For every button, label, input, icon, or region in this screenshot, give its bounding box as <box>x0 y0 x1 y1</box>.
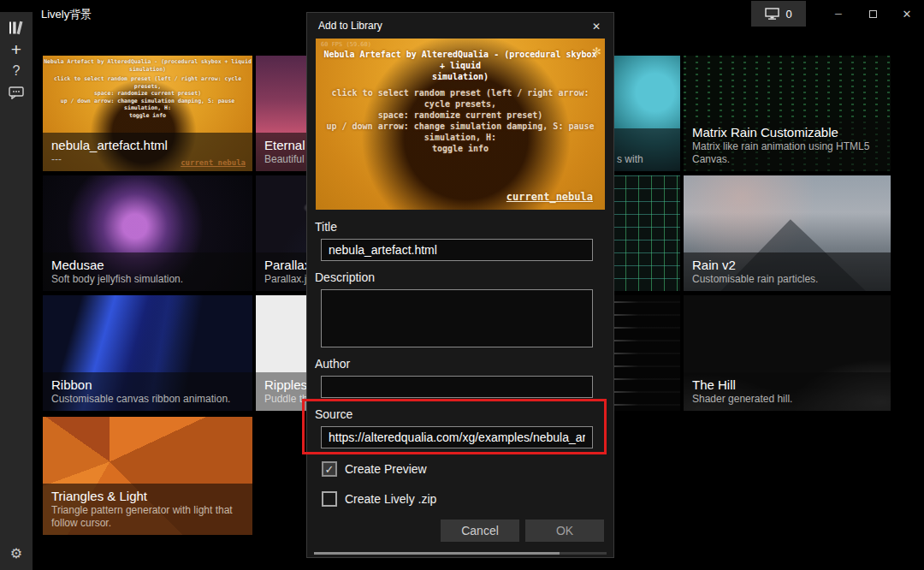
wallpaper-tile-ribbon[interactable]: Ribbon Customisable canvas ribbon animat… <box>43 295 252 411</box>
tile-title: Rain v2 <box>692 257 882 273</box>
tile-title: Ribbon <box>51 377 244 393</box>
cancel-button[interactable]: Cancel <box>441 520 519 542</box>
tile-caption: nebula_artefact.html --- current_nebula <box>43 133 252 171</box>
tile-caption: The Hill Shader generated hill. <box>684 372 891 411</box>
scrollbar-thumb[interactable] <box>314 552 560 555</box>
tile-caption: Medusae Soft body jellyfish simulation. <box>43 252 252 291</box>
checkmark-icon: ✓ <box>325 463 335 476</box>
close-button[interactable]: ✕ <box>890 0 924 27</box>
lively-wallpaper-app: { "app_title": "Lively背景", "titlebar": {… <box>0 0 924 570</box>
sidebar-item-feedback[interactable] <box>4 81 28 103</box>
minimize-icon: ─ <box>835 9 842 19</box>
create-zip-label: Create Lively .zip <box>345 492 436 506</box>
monitor-icon <box>765 8 779 20</box>
tile-badge: current_nebula <box>181 158 246 167</box>
plus-icon: + <box>11 39 21 60</box>
wallpaper-tile-rain[interactable]: Rain v2 Customisable rain particles. <box>684 175 891 291</box>
window-controls: 0 ─ ✕ <box>751 0 924 27</box>
tile-title: Triangles & Light <box>51 488 244 504</box>
monitor-count: 0 <box>785 8 791 21</box>
title-input[interactable] <box>321 239 593 261</box>
preview-badge: current_nebula <box>506 191 593 203</box>
fps-counter: 60 FPS (59.60) <box>321 41 371 48</box>
add-to-library-dialog: Add to Library ✕ 60 FPS (59.60) ✻ Nebula… <box>306 12 614 558</box>
wallpaper-tile-hill[interactable]: The Hill Shader generated hill. <box>684 295 891 411</box>
wallpaper-tile-matrix[interactable]: Matrix Rain Customizable Matrix like rai… <box>684 56 891 171</box>
wallpaper-tile-medusae[interactable]: Medusae Soft body jellyfish simulation. <box>43 175 252 291</box>
close-icon: ✕ <box>592 21 601 33</box>
tile-title: Medusae <box>51 257 244 273</box>
create-preview-checkbox[interactable]: ✓ <box>322 461 337 477</box>
gear-icon: ⚙ <box>10 545 22 561</box>
tile-subtitle: Customisable rain particles. <box>692 273 882 286</box>
ok-button[interactable]: OK <box>525 520 604 542</box>
nebula-overlay-text: Nebula Artefact by AlteredQualia - (proc… <box>43 58 252 119</box>
sidebar-item-help[interactable]: ? <box>4 60 28 81</box>
tile-subtitle: Matrix like rain animation using HTML5 C… <box>692 140 882 166</box>
tile-caption: Ribbon Customisable canvas ribbon animat… <box>43 372 252 411</box>
create-zip-checkbox[interactable] <box>322 491 337 507</box>
create-preview-checkbox-row[interactable]: ✓ Create Preview <box>322 461 613 477</box>
monitor-select-button[interactable]: 0 <box>751 1 806 27</box>
dialog-header: Add to Library ✕ <box>307 13 613 39</box>
dialog-title: Add to Library <box>318 20 382 32</box>
minimize-button[interactable]: ─ <box>821 0 856 27</box>
tile-title: The Hill <box>692 377 882 393</box>
tile-title: Matrix Rain Customizable <box>692 124 882 140</box>
horizontal-scrollbar <box>314 552 607 555</box>
sidebar-item-add-wallpaper[interactable]: + <box>4 39 28 60</box>
maximize-icon <box>869 10 877 18</box>
tile-subtitle: Triangle pattern generator with light th… <box>51 504 244 530</box>
create-zip-checkbox-row[interactable]: Create Lively .zip <box>322 491 613 507</box>
dialog-close-button[interactable]: ✕ <box>588 18 605 35</box>
create-preview-label: Create Preview <box>345 462 427 476</box>
description-label: Description <box>315 270 613 285</box>
question-mark-icon: ? <box>13 63 21 79</box>
close-icon: ✕ <box>903 8 912 21</box>
tile-caption: Triangles & Light Triangle pattern gener… <box>43 484 252 535</box>
author-input[interactable] <box>321 376 593 398</box>
dialog-buttons: Cancel OK <box>307 520 613 542</box>
preview-overlay-text: Nebula Artefact by AlteredQualia - (proc… <box>319 49 601 154</box>
sidebar: + ? ⚙ <box>0 12 33 570</box>
tile-subtitle: Soft body jellyfish simulation. <box>51 273 244 286</box>
chat-bubble-icon <box>9 86 24 99</box>
source-input[interactable] <box>321 426 593 448</box>
description-input[interactable] <box>321 289 593 347</box>
tile-title: nebula_artefact.html <box>51 137 244 153</box>
title-label: Title <box>315 220 613 235</box>
tile-caption: Rain v2 Customisable rain particles. <box>684 252 891 291</box>
source-label: Source <box>315 407 613 422</box>
app-title: Lively背景 <box>41 7 92 22</box>
author-label: Author <box>315 357 613 371</box>
wallpaper-tile-nebula[interactable]: Nebula Artefact by AlteredQualia - (proc… <box>43 56 252 171</box>
wallpaper-preview: 60 FPS (59.60) ✻ Nebula Artefact by Alte… <box>316 39 605 210</box>
maximize-button[interactable] <box>856 0 890 27</box>
tile-subtitle: Customisable canvas ribbon animation. <box>51 393 244 406</box>
wallpaper-tile-triangles[interactable]: Triangles & Light Triangle pattern gener… <box>43 417 252 535</box>
tile-subtitle: Shader generated hill. <box>692 393 882 406</box>
tile-caption: Matrix Rain Customizable Matrix like rai… <box>684 120 891 171</box>
tile-subtitle-fragment: s with <box>617 153 643 165</box>
sidebar-item-settings[interactable]: ⚙ <box>0 545 33 561</box>
